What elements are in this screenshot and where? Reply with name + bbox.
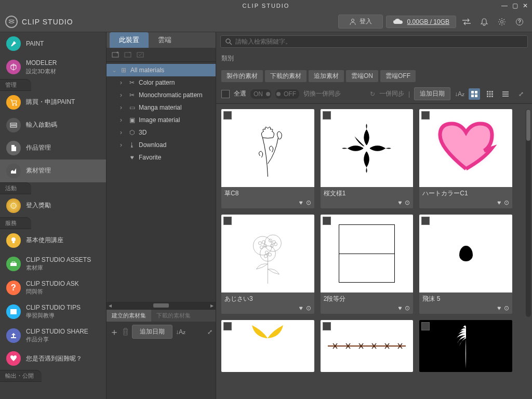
- tree-image[interactable]: › ▣ Image material: [107, 114, 216, 126]
- sidebar-item-ask[interactable]: ? CLIP STUDIO ASK 問與答: [0, 276, 106, 300]
- favorite-icon[interactable]: ♥: [299, 199, 303, 206]
- card-checkbox[interactable]: [323, 322, 331, 330]
- filter-additional[interactable]: 追加素材: [309, 70, 344, 82]
- material-card[interactable]: [321, 320, 414, 372]
- sidebar-item-buy[interactable]: 購買・申請PAINT: [0, 91, 106, 114]
- filter-cloud-off[interactable]: 雲端OFF: [380, 70, 416, 82]
- sort-direction-icon[interactable]: ↓AZ: [455, 90, 464, 98]
- card-checkbox[interactable]: [323, 111, 331, 119]
- brand-logo[interactable]: CLIP STUDIO: [5, 16, 73, 28]
- sidebar-item-materials[interactable]: 素材管理: [0, 159, 106, 182]
- folder-check-icon[interactable]: [137, 51, 145, 58]
- material-card[interactable]: 草C8 ♥⊙: [221, 109, 314, 208]
- detail-icon[interactable]: ⊙: [405, 304, 410, 312]
- heart-icon: [6, 351, 21, 366]
- view-small-grid-icon[interactable]: [484, 88, 496, 100]
- sync-toggle-off[interactable]: OFF: [275, 89, 299, 99]
- view-large-grid-icon[interactable]: [469, 88, 480, 100]
- search-box[interactable]: [220, 35, 528, 48]
- sort-dropdown[interactable]: 追加日期: [414, 87, 450, 100]
- favorite-icon[interactable]: ♥: [299, 304, 303, 312]
- login-button[interactable]: 登入: [338, 15, 383, 29]
- coin-icon: [6, 198, 21, 213]
- material-card[interactable]: [419, 320, 512, 372]
- detail-icon[interactable]: ⊙: [306, 199, 311, 206]
- refresh-icon[interactable]: ↻: [370, 90, 375, 98]
- new-folder-icon[interactable]: [112, 51, 120, 58]
- card-checkbox[interactable]: [421, 322, 430, 330]
- favorite-icon[interactable]: ♥: [497, 304, 501, 312]
- filter-cloud-on[interactable]: 雲端ON: [346, 70, 378, 82]
- search-input[interactable]: [235, 38, 523, 45]
- add-icon[interactable]: ＋: [110, 326, 119, 338]
- tree-color-pattern[interactable]: › ✂ Color pattern: [107, 76, 216, 89]
- favorite-icon[interactable]: ♥: [398, 199, 402, 206]
- help-icon[interactable]: [512, 15, 527, 29]
- material-grid: 草C8 ♥⊙ 桜文様1 ♥⊙ ハートカラーC1: [216, 104, 532, 399]
- close-button[interactable]: ✕: [521, 2, 530, 10]
- sidebar-item-works[interactable]: 作品管理: [0, 137, 106, 159]
- favorite-icon[interactable]: ♥: [398, 304, 402, 312]
- sync-icon[interactable]: [459, 15, 474, 29]
- tab-created-collections[interactable]: 建立的素材集: [107, 310, 151, 322]
- expand-icon[interactable]: ⤢: [207, 328, 212, 336]
- trash-icon[interactable]: [122, 328, 129, 336]
- scrollbar-thumb[interactable]: [153, 303, 169, 308]
- collection-sort-button[interactable]: 追加日期: [132, 325, 172, 339]
- select-all-checkbox[interactable]: [221, 90, 230, 98]
- sidebar-item-basic[interactable]: 基本使用講座: [0, 229, 106, 252]
- detail-icon[interactable]: ⊙: [306, 304, 311, 312]
- svg-rect-15: [475, 95, 477, 97]
- sidebar-item-login-reward[interactable]: 登入獎勵: [0, 194, 106, 217]
- sort-order-icon[interactable]: ↓AZ: [176, 328, 185, 336]
- sidebar-item-share[interactable]: CLIP STUDIO SHARE 作品分享: [0, 324, 106, 348]
- material-card[interactable]: 桜文様1 ♥⊙: [321, 109, 414, 208]
- material-card[interactable]: ハートカラーC1 ♥⊙: [419, 109, 512, 208]
- material-card[interactable]: 飛沫 5 ♥⊙: [419, 215, 512, 314]
- detail-icon[interactable]: ⊙: [405, 199, 410, 206]
- material-card[interactable]: [221, 320, 314, 372]
- favorite-icon[interactable]: ♥: [497, 199, 501, 206]
- sidebar-item-paint[interactable]: PAINT: [0, 32, 106, 55]
- delete-folder-icon[interactable]: [124, 51, 132, 58]
- tab-cloud[interactable]: 雲端: [149, 32, 181, 48]
- sidebar-materials-label: 素材管理: [26, 166, 51, 175]
- material-card[interactable]: あじさい3 ♥⊙: [221, 215, 314, 314]
- cloud-storage[interactable]: 0.00GB / 10GB: [386, 16, 456, 28]
- notification-icon[interactable]: [477, 15, 491, 29]
- settings-icon[interactable]: [495, 15, 509, 29]
- sidebar-item-modeler[interactable]: MODELER 設定3D素材: [0, 55, 106, 79]
- detail-icon[interactable]: ⊙: [504, 304, 509, 312]
- batch-sync-label: 一併同步: [379, 89, 404, 98]
- sidebar-item-tips[interactable]: CLIP STUDIO TIPS 學習與教導: [0, 300, 106, 324]
- material-card[interactable]: 2段等分 ♥⊙: [321, 215, 414, 314]
- card-checkbox[interactable]: [223, 111, 232, 119]
- card-checkbox[interactable]: [421, 111, 430, 119]
- tree-download[interactable]: › ⭳ Download: [107, 139, 216, 151]
- tab-downloaded-collections[interactable]: 下載的素材集: [151, 310, 196, 322]
- tree-mono-pattern[interactable]: › ✂ Monochromatic pattern: [107, 89, 216, 101]
- card-checkbox[interactable]: [421, 217, 430, 225]
- card-checkbox[interactable]: [323, 217, 331, 225]
- view-list-icon[interactable]: [500, 88, 511, 100]
- view-expand-icon[interactable]: ⤢: [515, 88, 527, 100]
- filter-downloaded[interactable]: 下載的素材: [265, 70, 307, 82]
- sidebar-item-activation[interactable]: 輸入啟動碼: [0, 114, 106, 137]
- tree-manga[interactable]: › ▭ Manga material: [107, 101, 216, 114]
- tree-favorite[interactable]: › ♥ Favorite: [107, 151, 216, 164]
- horizontal-scrollbar[interactable]: ◂ ▸: [107, 302, 216, 309]
- sidebar-item-trouble[interactable]: 您是否遇到困難呢？: [0, 347, 106, 370]
- sidebar-item-assets[interactable]: CLIP STUDIO ASSETS 素材庫: [0, 252, 106, 276]
- detail-icon[interactable]: ⊙: [504, 199, 509, 206]
- card-checkbox[interactable]: [223, 217, 232, 225]
- scrollbar-thumb[interactable]: [526, 110, 530, 141]
- tree-3d[interactable]: › ⬡ 3D: [107, 126, 216, 139]
- minimize-button[interactable]: —: [500, 2, 509, 10]
- vertical-scrollbar[interactable]: [526, 109, 531, 317]
- card-checkbox[interactable]: [223, 322, 232, 330]
- tab-device[interactable]: 此裝置: [110, 32, 149, 48]
- maximize-button[interactable]: ▢: [510, 2, 520, 10]
- sync-toggle-on[interactable]: ON: [250, 89, 271, 99]
- tree-root[interactable]: ⌄ ⊞ All materials: [107, 64, 216, 76]
- filter-created[interactable]: 製作的素材: [221, 70, 263, 82]
